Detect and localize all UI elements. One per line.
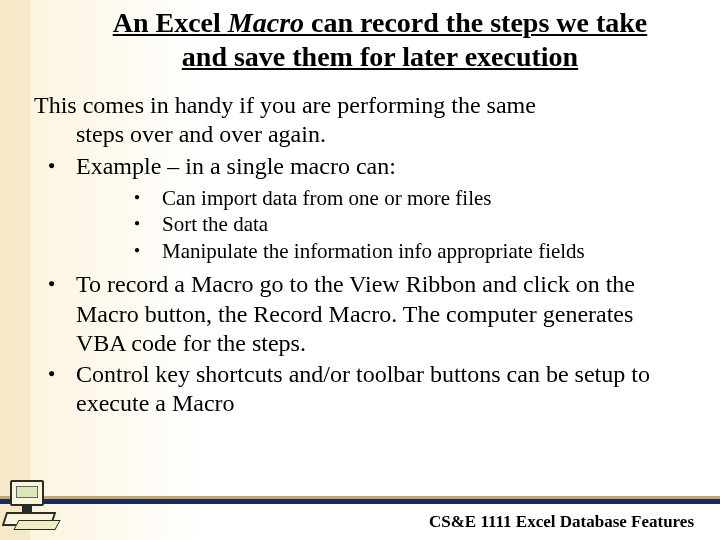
intro-line2: steps over and over again. <box>34 120 686 149</box>
list-item: Example – in a single macro can: Can imp… <box>34 152 686 265</box>
list-item: Can import data from one or more files <box>76 185 686 211</box>
title-macro: Macro <box>228 7 304 38</box>
bullet-text: Control key shortcuts and/or toolbar but… <box>76 361 650 416</box>
computer-icon <box>2 480 60 534</box>
footer-divider <box>0 498 720 504</box>
list-item: Sort the data <box>76 211 686 237</box>
slide-title: An Excel Macro can record the steps we t… <box>90 6 670 73</box>
list-item: To record a Macro go to the View Ribbon … <box>34 270 686 358</box>
list-item: Manipulate the information info appropri… <box>76 238 686 264</box>
content-area: This comes in handy if you are performin… <box>0 73 720 418</box>
list-item: Control key shortcuts and/or toolbar but… <box>34 360 686 419</box>
bullet-list-1: Example – in a single macro can: Can imp… <box>34 152 686 419</box>
title-part1: An Excel <box>113 7 228 38</box>
sub-bullet-text: Manipulate the information info appropri… <box>162 239 585 263</box>
intro-text: This comes in handy if you are performin… <box>34 91 686 150</box>
sub-bullet-text: Sort the data <box>162 212 268 236</box>
sub-bullet-list: Can import data from one or more files S… <box>76 185 686 264</box>
slide: An Excel Macro can record the steps we t… <box>0 0 720 540</box>
bullet-text: Example – in a single macro can: <box>76 153 396 179</box>
sub-bullet-text: Can import data from one or more files <box>162 186 492 210</box>
footer-text: CS&E 1111 Excel Database Features <box>429 512 694 532</box>
bullet-text: To record a Macro go to the View Ribbon … <box>76 271 635 356</box>
title-area: An Excel Macro can record the steps we t… <box>0 0 720 73</box>
intro-line1: This comes in handy if you are performin… <box>34 91 686 120</box>
